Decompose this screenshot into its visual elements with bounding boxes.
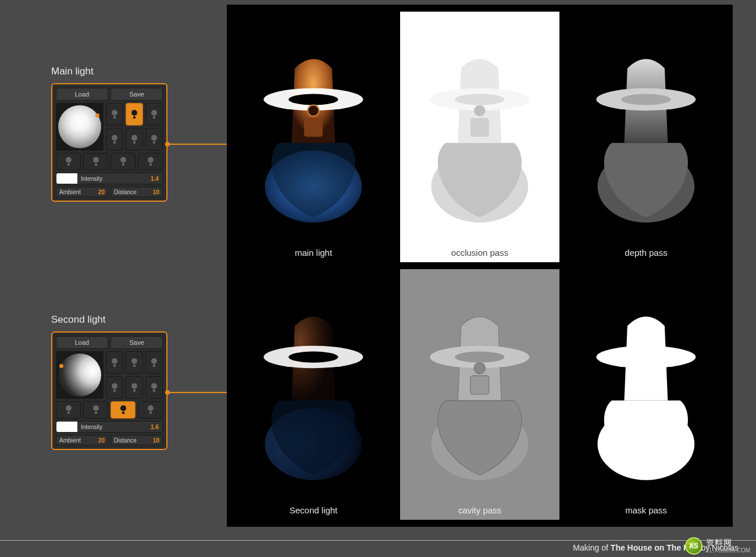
- bulb-icon: [147, 405, 155, 415]
- light-slot-8[interactable]: [110, 401, 135, 419]
- intensity-color-swatch[interactable]: [56, 173, 77, 184]
- render-caption: cavity pass: [400, 505, 559, 515]
- render-image: [418, 30, 542, 243]
- light-slot-5[interactable]: [145, 376, 163, 399]
- light-slot-3[interactable]: [106, 376, 123, 399]
- ambient-slider[interactable]: Ambient 20: [56, 435, 108, 445]
- footer-prefix: Making of: [573, 543, 611, 552]
- distance-label: Distance: [114, 437, 137, 444]
- render-caption: depth pass: [566, 248, 726, 258]
- light-slot-7[interactable]: [83, 153, 108, 170]
- render-second-light: Second light: [234, 269, 393, 520]
- light-slot-1[interactable]: [126, 351, 143, 374]
- svg-point-4: [131, 135, 137, 141]
- svg-point-26: [288, 94, 338, 105]
- bulb-icon: [65, 156, 73, 167]
- svg-point-12: [151, 358, 157, 364]
- intensity-value: 1.4: [151, 176, 162, 182]
- light-slot-3[interactable]: [106, 128, 123, 151]
- watermark-cn: 资料网: [706, 538, 750, 547]
- intensity-label: Intensity: [77, 424, 151, 430]
- light-slot-7[interactable]: [83, 401, 108, 419]
- svg-point-5: [151, 135, 157, 141]
- light-slot-5[interactable]: [145, 128, 163, 151]
- ambient-value: 20: [98, 189, 105, 195]
- svg-point-15: [151, 383, 157, 389]
- render-image: [584, 30, 708, 243]
- light-direction-sphere[interactable]: [56, 103, 104, 151]
- ambient-label: Ambient: [59, 189, 81, 195]
- save-button[interactable]: Save: [110, 88, 163, 101]
- render-grid: main light occlusion pass: [227, 5, 733, 527]
- intensity-slider[interactable]: Intensity 1.4: [56, 173, 163, 184]
- bulb-icon: [130, 109, 138, 120]
- svg-point-1: [131, 110, 137, 116]
- render-depth: depth pass: [566, 12, 726, 262]
- light-slot-8[interactable]: [110, 153, 135, 170]
- bulb-icon: [150, 134, 158, 145]
- render-caption: mask pass: [566, 505, 726, 515]
- light-slot-2[interactable]: [145, 103, 163, 126]
- svg-point-7: [93, 157, 99, 163]
- bulb-icon: [110, 383, 119, 393]
- bulb-icon: [150, 109, 158, 120]
- light-dot[interactable]: [95, 113, 99, 117]
- light-slot-grid: [106, 351, 163, 399]
- distance-label: Distance: [114, 189, 137, 195]
- svg-point-31: [455, 94, 504, 105]
- light-slot-6[interactable]: [56, 153, 81, 170]
- load-button[interactable]: Load: [56, 88, 108, 101]
- intensity-label: Intensity: [77, 176, 151, 182]
- light-slot-9[interactable]: [138, 401, 163, 419]
- intensity-slider[interactable]: Intensity 1.6: [56, 421, 163, 433]
- bulb-icon: [110, 358, 119, 368]
- light-dot[interactable]: [59, 364, 63, 368]
- render-image: [251, 288, 376, 501]
- bulb-icon: [130, 383, 138, 393]
- intensity-color-swatch[interactable]: [56, 422, 77, 432]
- svg-point-8: [120, 157, 126, 163]
- svg-rect-27: [304, 118, 323, 137]
- light-slot-0[interactable]: [106, 103, 123, 126]
- main-light-panel: Load Save Intensity: [51, 83, 167, 202]
- light-slot-4[interactable]: [126, 376, 143, 399]
- main-light-title: Main light: [51, 66, 167, 77]
- bulb-icon: [110, 109, 119, 120]
- bulb-icon: [150, 358, 158, 368]
- light-slot-6[interactable]: [56, 401, 81, 419]
- svg-point-0: [112, 110, 117, 116]
- ambient-value: 20: [98, 437, 105, 444]
- ambient-slider[interactable]: Ambient 20: [56, 187, 108, 197]
- light-slot-9[interactable]: [138, 153, 163, 170]
- svg-point-17: [93, 405, 99, 411]
- light-slot-2[interactable]: [145, 351, 163, 374]
- bulb-icon: [119, 405, 127, 415]
- svg-point-33: [474, 105, 485, 116]
- bulb-icon: [147, 156, 155, 167]
- light-slot-4[interactable]: [126, 128, 143, 151]
- bulb-icon: [119, 156, 127, 167]
- distance-value: 10: [153, 437, 159, 444]
- load-button[interactable]: Load: [56, 336, 108, 349]
- svg-point-3: [112, 135, 117, 141]
- second-light-group: Second light Load Save: [51, 314, 167, 450]
- light-slot-0[interactable]: [106, 351, 123, 374]
- save-button[interactable]: Save: [110, 336, 163, 349]
- svg-point-36: [621, 94, 671, 105]
- footer-divider: [0, 540, 756, 541]
- render-image: [418, 288, 542, 501]
- render-main-light: main light: [234, 12, 393, 262]
- svg-point-9: [148, 157, 154, 163]
- light-direction-sphere[interactable]: [56, 351, 104, 399]
- svg-point-6: [66, 157, 72, 163]
- light-slot-1[interactable]: [126, 103, 143, 126]
- light-slot-row2: [56, 153, 163, 170]
- svg-point-2: [151, 110, 157, 116]
- distance-slider[interactable]: Distance 10: [110, 187, 163, 197]
- bulb-icon: [92, 156, 100, 167]
- svg-point-14: [131, 383, 137, 389]
- distance-slider[interactable]: Distance 10: [110, 435, 163, 445]
- render-image: [251, 30, 376, 243]
- render-cavity: cavity pass: [400, 269, 559, 520]
- light-slot-row2: [56, 401, 163, 419]
